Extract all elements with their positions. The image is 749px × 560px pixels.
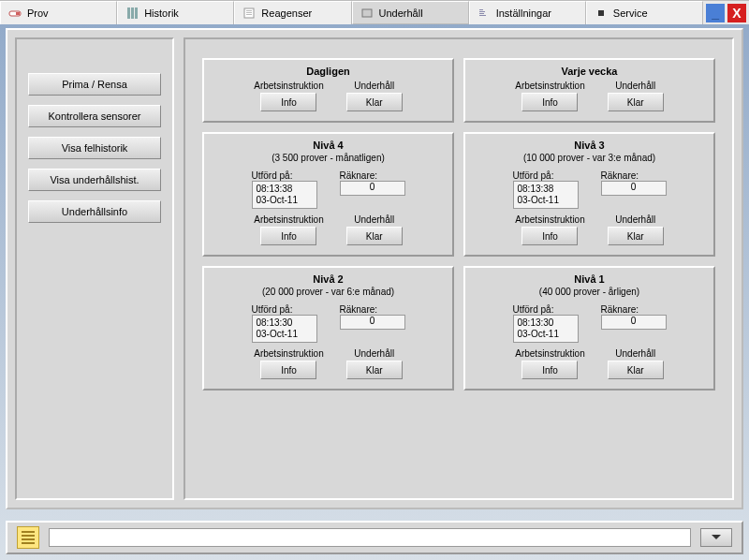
svg-rect-10 xyxy=(479,9,483,10)
prima-rensa-button[interactable]: Prima / Rensa xyxy=(28,73,161,96)
label-raknare: Räknare: xyxy=(601,170,639,181)
tab-installningar[interactable]: Inställningar xyxy=(469,1,586,24)
svg-rect-8 xyxy=(246,14,252,15)
underhallsinfo-button[interactable]: Underhållsinfo xyxy=(28,200,161,223)
label-utford-pa: Utförd på: xyxy=(513,170,554,181)
label-underhall: Underhåll xyxy=(615,81,655,91)
tab-reagenser-label: Reagenser xyxy=(261,7,312,19)
kontrollera-sensorer-button[interactable]: Kontrollera sensorer xyxy=(28,105,161,127)
tab-historik-label: Historik xyxy=(144,7,179,19)
close-button[interactable]: X xyxy=(727,4,746,22)
reagenser-icon xyxy=(242,7,256,20)
status-bar xyxy=(6,521,743,554)
tab-bar: Prov Historik Reagenser Underhåll Instäl… xyxy=(0,0,749,24)
label-arbetsinstruktion: Arbetsinstruktion xyxy=(254,348,323,359)
label-underhall: Underhåll xyxy=(615,348,655,359)
utford-pa-value: 08:13:38 03-Oct-11 xyxy=(252,181,317,209)
klar-button[interactable]: Klar xyxy=(608,361,664,379)
label-arbetsinstruktion: Arbetsinstruktion xyxy=(515,81,584,91)
klar-button[interactable]: Klar xyxy=(346,361,403,379)
card-title: Varje vecka xyxy=(475,66,704,77)
raknare-value: 0 xyxy=(601,315,667,330)
tab-installningar-label: Inställningar xyxy=(496,7,551,19)
info-button[interactable]: Info xyxy=(260,227,316,245)
tab-prov-label: Prov xyxy=(27,7,49,19)
svg-rect-1 xyxy=(16,12,20,15)
label-underhall: Underhåll xyxy=(354,348,394,359)
svg-rect-2 xyxy=(127,7,130,19)
label-arbetsinstruktion: Arbetsinstruktion xyxy=(515,348,584,359)
utford-pa-value: 08:13:30 03-Oct-11 xyxy=(252,315,317,343)
label-underhall: Underhåll xyxy=(354,81,394,91)
svg-rect-11 xyxy=(479,11,485,12)
info-button[interactable]: Info xyxy=(521,93,578,111)
label-underhall: Underhåll xyxy=(354,214,394,225)
label-utford-pa: Utförd på: xyxy=(513,304,554,315)
card-title: Nivå 3 xyxy=(475,140,704,151)
svg-rect-7 xyxy=(246,12,252,13)
card-dagligen: Dagligen Arbetsinstruktion Info Underhål… xyxy=(202,58,454,123)
card-subtitle: (3 500 prover - månatligen) xyxy=(213,153,443,163)
svg-rect-3 xyxy=(131,7,134,19)
window-controls: _ X xyxy=(703,1,749,24)
raknare-value: 0 xyxy=(601,181,667,196)
tab-underhall[interactable]: Underhåll xyxy=(352,1,469,24)
label-arbetsinstruktion: Arbetsinstruktion xyxy=(254,81,323,91)
card-title: Dagligen xyxy=(213,66,443,77)
prov-icon xyxy=(8,7,22,20)
minimize-button[interactable]: _ xyxy=(706,4,725,22)
historik-icon xyxy=(125,7,139,20)
info-button[interactable]: Info xyxy=(260,93,316,111)
klar-button[interactable]: Klar xyxy=(608,93,664,111)
status-input[interactable] xyxy=(49,528,691,547)
installningar-icon xyxy=(477,7,491,20)
svg-rect-12 xyxy=(479,13,484,14)
tab-underhall-label: Underhåll xyxy=(379,7,423,19)
info-button[interactable]: Info xyxy=(521,361,578,379)
tab-service-label: Service xyxy=(613,7,648,19)
sidebar: Prima / Rensa Kontrollera sensorer Visa … xyxy=(15,37,174,500)
tab-reagenser[interactable]: Reagenser xyxy=(234,1,351,24)
svg-rect-9 xyxy=(362,9,372,17)
info-button[interactable]: Info xyxy=(260,361,316,379)
card-subtitle: (20 000 prover - var 6:e månad) xyxy=(213,287,443,297)
visa-felhistorik-button[interactable]: Visa felhistorik xyxy=(28,137,161,159)
card-niva4: Nivå 4 (3 500 prover - månatligen) Utför… xyxy=(202,132,454,257)
utford-pa-value: 08:13:38 03-Oct-11 xyxy=(513,181,579,209)
svg-rect-14 xyxy=(598,10,604,16)
svg-rect-6 xyxy=(246,10,252,11)
card-niva1: Nivå 1 (40 000 prover - årligen) Utförd … xyxy=(463,266,715,391)
label-raknare: Räknare: xyxy=(340,304,378,315)
info-button[interactable]: Info xyxy=(521,227,578,245)
raknare-value: 0 xyxy=(340,315,405,330)
label-utford-pa: Utförd på: xyxy=(252,304,293,315)
service-icon xyxy=(595,7,608,20)
tab-historik[interactable]: Historik xyxy=(117,1,234,24)
utford-pa-value: 08:13:30 03-Oct-11 xyxy=(513,315,579,343)
klar-button[interactable]: Klar xyxy=(608,227,664,245)
card-subtitle: (40 000 prover - årligen) xyxy=(475,287,704,297)
tab-service[interactable]: Service xyxy=(586,1,703,24)
card-title: Nivå 1 xyxy=(475,273,704,285)
label-arbetsinstruktion: Arbetsinstruktion xyxy=(254,214,323,225)
card-subtitle: (10 000 prover - var 3:e månad) xyxy=(475,153,704,163)
label-raknare: Räknare: xyxy=(340,170,378,181)
klar-button[interactable]: Klar xyxy=(346,93,403,111)
card-title: Nivå 2 xyxy=(213,273,443,285)
svg-rect-13 xyxy=(479,15,486,16)
content-panel: Dagligen Arbetsinstruktion Info Underhål… xyxy=(184,37,734,500)
status-dropdown-button[interactable] xyxy=(700,528,732,547)
notes-icon[interactable] xyxy=(17,526,39,549)
label-underhall: Underhåll xyxy=(615,214,655,225)
visa-underhallshist-button[interactable]: Visa underhållshist. xyxy=(28,169,161,191)
main-panel: Prima / Rensa Kontrollera sensorer Visa … xyxy=(6,28,743,509)
label-arbetsinstruktion: Arbetsinstruktion xyxy=(515,214,584,225)
svg-rect-4 xyxy=(135,7,138,19)
tab-prov[interactable]: Prov xyxy=(0,1,117,24)
card-niva3: Nivå 3 (10 000 prover - var 3:e månad) U… xyxy=(463,132,715,257)
label-utford-pa: Utförd på: xyxy=(252,170,293,181)
card-varje-vecka: Varje vecka Arbetsinstruktion Info Under… xyxy=(463,58,715,123)
label-raknare: Räknare: xyxy=(601,304,639,315)
klar-button[interactable]: Klar xyxy=(346,227,403,245)
underhall-icon xyxy=(360,7,374,20)
